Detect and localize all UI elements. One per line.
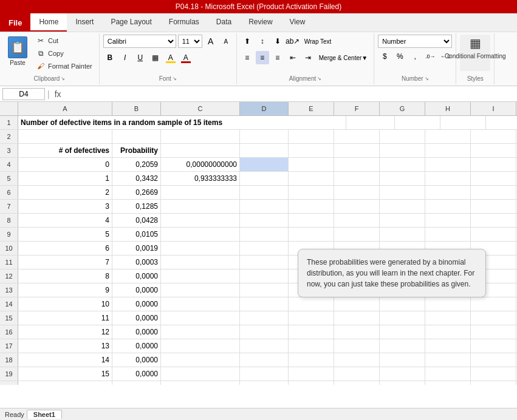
cell-d2[interactable] [240, 130, 289, 143]
cell-d10[interactable] [240, 242, 289, 255]
cell-c11[interactable] [161, 256, 240, 269]
cell-e14[interactable] [289, 297, 334, 311]
cell-e7[interactable] [289, 200, 334, 213]
cell-a1[interactable]: Number of defective items in a random sa… [18, 116, 346, 129]
cell-f6[interactable] [334, 186, 380, 199]
cell-i6[interactable] [471, 186, 516, 199]
cell-i4[interactable] [471, 158, 516, 171]
cell-i9[interactable] [471, 228, 516, 241]
cell-h20[interactable] [425, 381, 471, 385]
cell-i20[interactable] [471, 381, 516, 385]
cell-a6[interactable]: 2 [18, 186, 112, 199]
cell-e6[interactable] [289, 186, 334, 199]
cell-e17[interactable] [289, 339, 334, 353]
formula-input[interactable] [66, 88, 515, 100]
cut-button[interactable]: ✂ Cut [33, 35, 95, 47]
cell-b18[interactable]: 0,0000 [112, 353, 161, 367]
cell-h5[interactable] [425, 172, 471, 185]
tab-review[interactable]: Review [240, 13, 281, 32]
cell-g14[interactable] [380, 297, 425, 311]
cell-g17[interactable] [380, 339, 425, 353]
cell-a2[interactable] [18, 130, 112, 143]
cell-h18[interactable] [425, 353, 471, 367]
cell-a14[interactable]: 10 [18, 297, 112, 311]
cell-h6[interactable] [425, 186, 471, 199]
cell-e2[interactable] [289, 130, 334, 143]
cell-b11[interactable]: 0,0003 [112, 256, 161, 269]
cell-h7[interactable] [425, 200, 471, 213]
cell-e15[interactable] [289, 311, 334, 325]
cell-h17[interactable] [425, 339, 471, 353]
cell-i5[interactable] [471, 172, 516, 185]
align-top-btn[interactable]: ⬆ [241, 35, 254, 48]
cell-d8[interactable] [240, 214, 289, 227]
cell-c4[interactable]: 0,00000000000 [161, 158, 240, 171]
cell-g8[interactable] [380, 214, 425, 227]
align-left-btn[interactable]: ≡ [241, 51, 254, 64]
col-header-b[interactable]: B [112, 102, 161, 115]
alignment-expand-icon[interactable]: ↘ [317, 76, 321, 81]
cell-c18[interactable] [161, 353, 240, 367]
underline-button[interactable]: U [134, 51, 147, 64]
cell-a17[interactable]: 13 [18, 339, 112, 353]
cell-b7[interactable]: 0,1285 [112, 200, 161, 213]
cell-i8[interactable] [471, 214, 516, 227]
cell-f2[interactable] [334, 130, 380, 143]
cell-f16[interactable] [334, 325, 380, 339]
cell-g5[interactable] [380, 172, 425, 185]
cell-e5[interactable] [289, 172, 334, 185]
paste-button[interactable]: 📋 Paste [4, 35, 32, 68]
comma-btn[interactable]: , [408, 50, 422, 63]
wrap-text-btn[interactable]: Wrap Text [301, 35, 335, 48]
cell-f14[interactable] [334, 297, 380, 311]
cell-b5[interactable]: 0,3432 [112, 172, 161, 185]
cell-d13[interactable] [240, 283, 289, 297]
cell-c17[interactable] [161, 339, 240, 353]
cell-d4[interactable] [240, 158, 289, 171]
cell-a3[interactable]: # of defectives [18, 144, 112, 157]
percent-btn[interactable]: % [393, 50, 406, 63]
col-header-i[interactable]: I [471, 102, 516, 115]
cell-h14[interactable] [425, 297, 471, 311]
cell-g16[interactable] [380, 325, 425, 339]
cell-g18[interactable] [380, 353, 425, 367]
cell-f5[interactable] [334, 172, 380, 185]
cell-c16[interactable] [161, 325, 240, 339]
cell-e19[interactable] [289, 367, 334, 381]
cell-e9[interactable] [289, 228, 334, 241]
col-header-e[interactable]: E [289, 102, 334, 115]
bold-button[interactable]: B [103, 51, 117, 64]
cell-e1[interactable] [395, 116, 440, 129]
cell-a4[interactable]: 0 [18, 158, 112, 171]
cell-h2[interactable] [425, 130, 471, 143]
cell-d6[interactable] [240, 186, 289, 199]
cell-g7[interactable] [380, 200, 425, 213]
cell-d5[interactable] [240, 172, 289, 185]
cell-d12[interactable] [240, 269, 289, 283]
cell-i7[interactable] [471, 200, 516, 213]
merge-center-btn[interactable]: Merge & Center ▼ [317, 51, 371, 64]
cell-f3[interactable] [334, 144, 380, 157]
cell-a10[interactable]: 6 [18, 242, 112, 255]
fill-color-button[interactable]: A [164, 51, 177, 64]
cell-a5[interactable]: 1 [18, 172, 112, 185]
cell-a11[interactable]: 7 [18, 256, 112, 269]
italic-button[interactable]: I [118, 51, 132, 64]
cell-b15[interactable]: 0,0000 [112, 311, 161, 325]
cell-a8[interactable]: 4 [18, 214, 112, 227]
orientation-btn[interactable]: ab↗ [286, 35, 300, 48]
cell-c19[interactable] [161, 367, 240, 381]
tab-file[interactable]: File [0, 13, 30, 32]
cell-f17[interactable] [334, 339, 380, 353]
cell-h9[interactable] [425, 228, 471, 241]
cell-i18[interactable] [471, 353, 516, 367]
cell-g1[interactable] [486, 116, 517, 129]
cell-b2[interactable] [112, 130, 161, 143]
cell-a19[interactable]: 15 [18, 367, 112, 381]
align-middle-btn[interactable]: ↕ [256, 35, 269, 48]
cell-a12[interactable]: 8 [18, 269, 112, 283]
cell-b20[interactable] [112, 381, 161, 385]
decrease-indent-btn[interactable]: ⇤ [286, 51, 300, 64]
cell-c14[interactable] [161, 297, 240, 311]
cell-e4[interactable] [289, 158, 334, 171]
